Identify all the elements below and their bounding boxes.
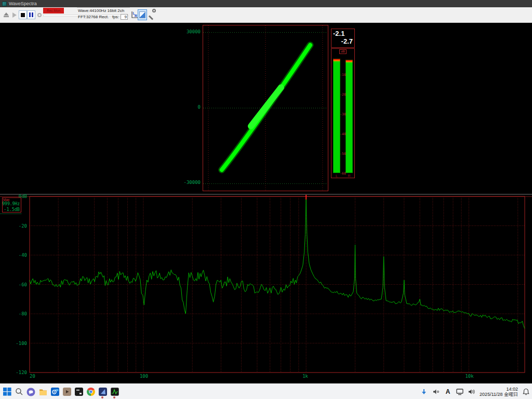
left-level-value: -2.1: [333, 30, 354, 37]
lissajous-trace: [203, 25, 328, 191]
lr-axis-icon: L R: [130, 10, 138, 20]
chat-button[interactable]: [25, 384, 37, 399]
fft-info: FFT:32768 Rect.: [78, 15, 109, 19]
play-button[interactable]: [10, 10, 19, 19]
level-meters: dB -10-20-30-40-50-60 L R: [331, 48, 355, 178]
db-unit-badge: dB: [339, 49, 347, 54]
ime-mode-button[interactable]: A: [444, 387, 452, 397]
running-indicator: [113, 396, 115, 398]
level-readout: -2.1 -2.7: [331, 29, 355, 48]
right-channel-label: R: [345, 174, 353, 178]
spectrum-y-label: -40: [19, 252, 27, 258]
record-icon: [37, 13, 42, 17]
right-meter-bar: [345, 60, 353, 173]
spectrum-plot: [0, 195, 532, 383]
chat-icon: [26, 388, 35, 396]
svg-text:R: R: [135, 14, 137, 18]
tray-clock[interactable]: 14:02 2025/11/28 金曜日: [480, 387, 518, 397]
max-peak-level: -1.5dB: [4, 207, 20, 212]
fps-value-field[interactable]: 9: [121, 14, 128, 20]
wave-format-info: Wave:44100Hz 16bit 2ch: [78, 8, 124, 13]
search-button[interactable]: [13, 384, 25, 399]
search-icon: [15, 388, 23, 396]
titlebar: WaveSpectra: [0, 0, 532, 7]
wavespectra-icon: [111, 388, 119, 396]
info-separator: [77, 7, 130, 8]
ime-mode-icon: A: [446, 388, 450, 395]
display-mode-button[interactable]: [138, 9, 147, 20]
settings-button[interactable]: [148, 9, 157, 20]
spectrum-y-label: -20: [19, 223, 27, 229]
pause-icon: [29, 12, 33, 17]
open-eject-icon: [4, 12, 9, 16]
meter-scale-label: -20: [340, 92, 346, 97]
spectrum-y-label: -100: [16, 341, 27, 346]
open-eject-icon-bar: [4, 16, 9, 17]
start-button[interactable]: [1, 384, 13, 399]
outlook-icon: [51, 388, 59, 396]
window-title: WaveSpectra: [9, 0, 37, 7]
spectrum-y-axis: 0dB-20-40-60-80-100-120: [0, 195, 29, 383]
stop-button[interactable]: [19, 10, 27, 19]
dev-app-icon: [99, 388, 107, 396]
display-icon: [456, 389, 464, 395]
xy-axis-label: 30000: [187, 29, 201, 34]
left-channel-label: L: [333, 174, 340, 178]
tray-time: 14:02: [480, 387, 518, 392]
play-icon: [12, 12, 17, 18]
stop-icon: [21, 13, 25, 17]
speaker-tray-button[interactable]: [468, 387, 476, 397]
spectrum-x-axis: 201001k10k: [0, 374, 532, 380]
speaker-icon: [468, 389, 475, 395]
spectrum-pane: 0dB-20-40-60-80-100-120 201001k10k Max 9…: [0, 195, 532, 383]
meter-scale-label: -50: [340, 152, 346, 156]
media-player-button[interactable]: [61, 384, 73, 399]
terminal-icon: [75, 388, 83, 396]
file-explorer-icon: [39, 388, 47, 396]
record-button[interactable]: [35, 10, 44, 19]
audio-device-icon: [433, 389, 440, 395]
file-explorer-button[interactable]: [37, 384, 49, 399]
right-level-value: -2.7: [331, 37, 353, 45]
toolbar: Rec.Mon Wave:44100Hz 16bit 2ch FFT:32768…: [0, 7, 532, 23]
bell-icon: [523, 388, 529, 395]
hidden-icons-arrow-icon: [421, 389, 427, 395]
max-peak-frequency: 999.9Hz: [2, 202, 20, 206]
app-icon: [2, 2, 7, 6]
spectrum-x-label: 1k: [302, 374, 308, 379]
pause-button[interactable]: [27, 10, 35, 19]
audio-device-button[interactable]: [432, 387, 440, 397]
tray-date: 2025/11/28 金曜日: [480, 392, 518, 397]
max-label: Max: [3, 198, 9, 202]
wrench-icon: [151, 10, 154, 19]
spectrum-x-label: 100: [140, 374, 148, 379]
spectrum-y-label: -80: [19, 311, 27, 316]
left-meter-bar: [333, 59, 340, 173]
max-peak-box: Max 999.9Hz -1.5dB: [2, 197, 21, 212]
meter-scale-label: -30: [340, 112, 346, 116]
hidden-icons-button[interactable]: [420, 387, 428, 397]
media-player-icon: [63, 388, 71, 396]
system-tray: A 14:02 2025/11/28 金曜日: [420, 384, 530, 399]
xy-axis-label: 0: [198, 104, 201, 110]
outlook-button[interactable]: [49, 384, 61, 399]
meter-scale-label: -40: [340, 132, 346, 136]
display-tray-button[interactable]: [456, 387, 464, 397]
taskbar-icons: [1, 384, 121, 399]
dev-app-button[interactable]: [97, 384, 109, 399]
xy-axis-labels: 30000 0 -30000: [171, 25, 202, 191]
lissajous-plot: [203, 25, 328, 191]
terminal-button[interactable]: [73, 384, 85, 399]
open-button[interactable]: [2, 10, 10, 19]
taskbar: A 14:02 2025/11/28 金曜日: [0, 383, 532, 399]
wavespectra-taskbar-button[interactable]: [109, 384, 121, 399]
chrome-icon: [87, 388, 95, 396]
spectrum-y-label: -60: [19, 282, 27, 287]
scope-pane: 30000 0 -30000 -2.1 -2.7 dB -10-20-30-40…: [0, 23, 532, 194]
rec-monitor-badge: Rec.Mon: [43, 8, 64, 14]
display-mode-icon: [139, 11, 145, 18]
fps-label: fps:: [112, 15, 119, 19]
notification-bell-button[interactable]: [522, 387, 530, 397]
chrome-button[interactable]: [85, 384, 97, 399]
max-box-underline: [0, 214, 21, 214]
